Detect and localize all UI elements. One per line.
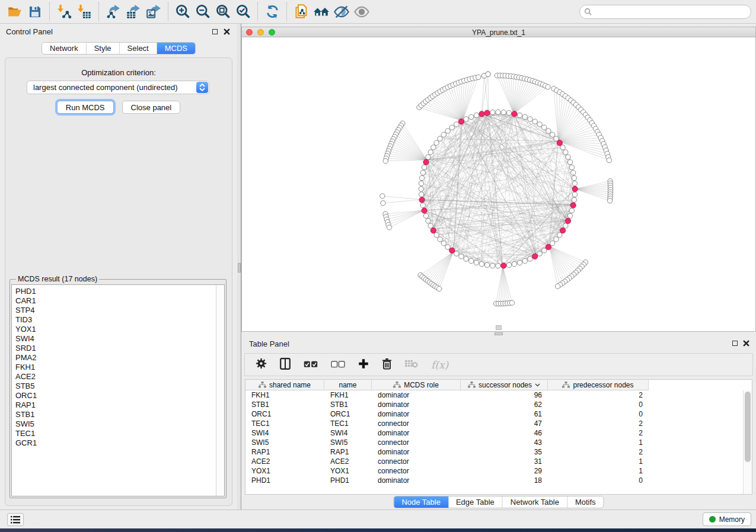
network-node[interactable] (566, 155, 570, 159)
table-row[interactable]: TEC1TEC1connector472 (245, 419, 752, 428)
network-node[interactable] (532, 119, 537, 124)
mcds-result-item[interactable]: SWI5 (12, 419, 224, 429)
network-canvas[interactable] (242, 37, 755, 331)
mcds-node[interactable] (484, 110, 490, 116)
mcds-result-item[interactable]: PHD1 (12, 287, 224, 296)
network-node[interactable] (528, 257, 532, 261)
mcds-result-item[interactable]: CAR1 (12, 296, 224, 306)
network-node[interactable] (387, 225, 391, 230)
import-network-icon[interactable] (54, 2, 74, 21)
network-node[interactable] (441, 241, 446, 245)
select-all-checkboxes-icon[interactable] (304, 360, 318, 370)
network-node[interactable] (550, 241, 555, 245)
network-node[interactable] (607, 198, 612, 203)
close-panel-icon[interactable] (223, 28, 230, 35)
mcds-node[interactable] (512, 111, 517, 117)
network-node[interactable] (445, 129, 450, 133)
network-node[interactable] (560, 145, 565, 150)
duplicate-network-icon[interactable] (291, 2, 311, 21)
network-node[interactable] (419, 192, 423, 197)
mcds-node[interactable] (458, 119, 464, 124)
network-node[interactable] (454, 122, 459, 127)
table-row[interactable]: SWI4SWI4dominator462 (245, 428, 752, 438)
settings-gear-icon[interactable] (256, 358, 267, 371)
table-row[interactable]: PHD1PHD1dominator180 (245, 476, 752, 485)
network-node[interactable] (426, 219, 430, 223)
network-node[interactable] (422, 165, 426, 169)
network-node[interactable] (569, 165, 574, 169)
float-table-panel-icon[interactable] (731, 339, 738, 347)
network-node[interactable] (474, 113, 479, 117)
mcds-result-item[interactable]: TEC1 (12, 429, 224, 438)
open-file-icon[interactable] (5, 2, 25, 21)
tab-network[interactable]: Network (42, 43, 87, 54)
export-table-icon[interactable] (123, 2, 143, 21)
mcds-result-item[interactable]: STB5 (12, 382, 224, 391)
horizontal-splitter[interactable] (241, 332, 756, 336)
table-row[interactable]: RAP1RAP1dominator352 (245, 447, 752, 457)
zoom-selected-icon[interactable] (233, 2, 253, 21)
tab-network-table[interactable]: Network Table (503, 496, 567, 508)
table-scrollbar-thumb[interactable] (745, 392, 751, 462)
network-node[interactable] (555, 284, 560, 289)
network-node[interactable] (383, 159, 388, 164)
mcds-node[interactable] (546, 244, 551, 249)
network-node[interactable] (607, 158, 611, 162)
mcds-result-item[interactable]: ORC1 (12, 391, 224, 400)
network-node[interactable] (490, 263, 495, 268)
mcds-list-scrollbar[interactable] (216, 285, 224, 496)
network-node[interactable] (537, 251, 542, 256)
network-node[interactable] (438, 237, 442, 242)
mcds-node[interactable] (565, 218, 570, 223)
network-node[interactable] (522, 258, 527, 263)
network-node[interactable] (517, 260, 522, 265)
mcds-node[interactable] (423, 159, 429, 165)
refresh-icon[interactable] (262, 2, 282, 21)
splitter-handle[interactable] (238, 263, 241, 273)
network-node[interactable] (528, 117, 532, 121)
network-node[interactable] (509, 300, 514, 305)
network-node[interactable] (572, 175, 576, 180)
network-node[interactable] (438, 136, 442, 141)
table-row[interactable]: ORC1ORC1dominator610 (245, 409, 752, 419)
network-node[interactable] (454, 251, 459, 256)
column-header-name[interactable]: name (324, 380, 372, 390)
mcds-node[interactable] (422, 208, 427, 213)
network-node[interactable] (572, 181, 577, 186)
mcds-node[interactable] (570, 203, 576, 208)
network-node[interactable] (434, 140, 439, 145)
network-node[interactable] (557, 233, 562, 238)
tab-motifs[interactable]: Motifs (567, 496, 604, 508)
mcds-result-item[interactable]: ACE2 (12, 372, 224, 382)
network-node[interactable] (419, 181, 423, 186)
mcds-result-item[interactable]: RAP1 (12, 400, 224, 410)
network-node[interactable] (459, 254, 464, 259)
mcds-result-item[interactable]: PMA2 (12, 353, 224, 363)
vertical-splitter[interactable] (237, 24, 241, 509)
mcds-node[interactable] (572, 186, 578, 191)
table-scrollbar[interactable] (743, 390, 752, 494)
network-node[interactable] (563, 223, 568, 228)
mcds-result-item[interactable]: FKH1 (12, 363, 224, 372)
save-session-icon[interactable] (25, 2, 45, 21)
network-node[interactable] (437, 286, 442, 291)
network-node[interactable] (423, 213, 428, 218)
network-node[interactable] (522, 114, 527, 119)
network-node[interactable] (501, 110, 506, 114)
mcds-result-item[interactable]: TID3 (12, 315, 224, 325)
network-node[interactable] (546, 129, 551, 133)
tab-style[interactable]: Style (87, 43, 120, 54)
network-node[interactable] (490, 110, 495, 114)
optimization-criterion-select[interactable]: largest connected component (undirected) (27, 81, 209, 94)
network-node[interactable] (569, 208, 574, 213)
mcds-node[interactable] (532, 254, 538, 259)
network-node[interactable] (512, 261, 516, 266)
mcds-node[interactable] (419, 197, 425, 203)
network-node[interactable] (546, 85, 550, 89)
network-node[interactable] (420, 170, 425, 175)
mcds-node[interactable] (479, 111, 484, 117)
network-node[interactable] (479, 261, 484, 266)
mcds-node[interactable] (560, 228, 566, 233)
network-node[interactable] (474, 260, 479, 265)
export-image-icon[interactable] (143, 2, 164, 21)
